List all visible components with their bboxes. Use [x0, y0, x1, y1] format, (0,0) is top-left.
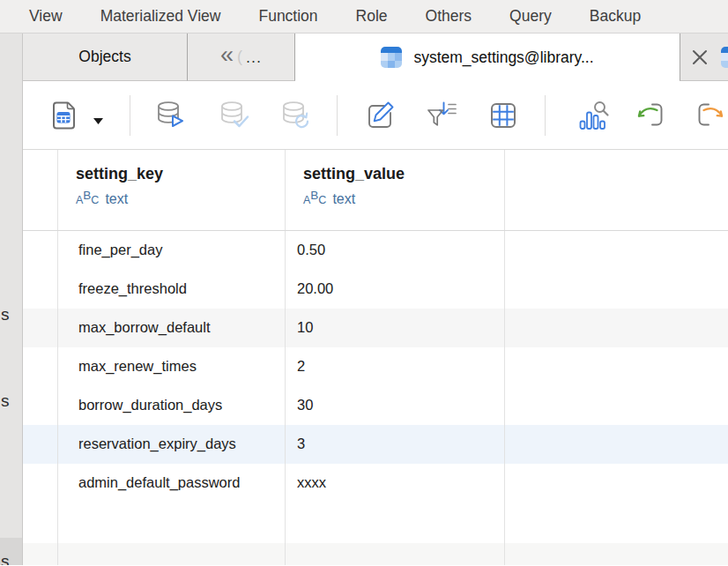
table-row: reservation_expiry_days 3 [23, 425, 728, 464]
table-row: max_borrow_default 10 [23, 309, 728, 347]
grid-bottom-band [23, 543, 728, 565]
row-gutter[interactable] [23, 231, 58, 270]
tab-system-settings-label: system_settings@library... [413, 48, 593, 67]
open-table-view-icon[interactable] [46, 98, 81, 133]
cell-setting-key[interactable]: freeze_threshold [58, 270, 286, 309]
row-gutter[interactable] [23, 270, 58, 309]
menu-materialized-view[interactable]: Materialized View [100, 7, 221, 26]
menu-role[interactable]: Role [356, 7, 388, 26]
menu-function[interactable]: Function [258, 7, 317, 26]
menu-backup[interactable]: Backup [590, 7, 641, 26]
row-gutter[interactable] [23, 386, 58, 425]
data-grid: setting_key ABC text setting_value ABC t… [23, 150, 728, 565]
menu-others[interactable]: Others [426, 7, 472, 26]
column-header-setting-value[interactable]: setting_value ABC text [286, 150, 505, 230]
next-tab-partial-icon[interactable] [721, 47, 728, 68]
chevron-double-left-icon: « [220, 43, 234, 67]
cell-setting-value[interactable]: 2 [286, 347, 505, 386]
toolbar-separator [337, 95, 338, 136]
grid-header-row: setting_key ABC text setting_value ABC t… [23, 150, 728, 231]
menu-query[interactable]: Query [509, 7, 552, 26]
toolbar-separator [130, 95, 130, 136]
table-row: fine_per_day 0.50 [23, 231, 728, 270]
text-type-icon: ABC [76, 193, 99, 206]
commit-transaction-icon[interactable] [216, 98, 251, 133]
tab-objects[interactable]: Objects [23, 34, 188, 81]
column-type-label: text [332, 191, 355, 207]
menu-view[interactable]: View [29, 7, 63, 26]
close-icon[interactable] [689, 47, 710, 68]
cell-empty [505, 386, 728, 425]
cell-setting-value[interactable]: 3 [286, 425, 505, 464]
column-header-setting-key[interactable]: setting_key ABC text [58, 150, 286, 230]
menu-bar: View Materialized View Function Role Oth… [0, 0, 728, 34]
import-wizard-icon[interactable] [632, 98, 667, 133]
begin-transaction-icon[interactable] [152, 98, 188, 133]
cell-setting-value[interactable]: 0.50 [286, 231, 505, 270]
cell-setting-key[interactable]: borrow_duration_days [58, 386, 286, 425]
cell-setting-key[interactable]: fine_per_day [58, 231, 286, 270]
cell-setting-key[interactable]: max_borrow_default [58, 309, 286, 347]
column-header-empty [505, 150, 728, 230]
table-row: max_renew_times 2 [23, 347, 728, 386]
cell-empty [505, 425, 728, 464]
grid-view-icon[interactable] [486, 98, 521, 133]
cell-setting-key[interactable]: admin_default_password [58, 464, 286, 503]
chevron-down-icon[interactable] [93, 112, 103, 128]
edit-record-icon[interactable] [362, 98, 397, 133]
toolbar [23, 81, 728, 150]
grid-empty-area [23, 503, 728, 543]
row-gutter[interactable] [23, 309, 58, 347]
cell-empty [505, 464, 728, 503]
filter-sort-icon[interactable] [423, 98, 458, 133]
chart-analyze-icon[interactable] [576, 98, 611, 133]
column-type: ABC text [76, 191, 285, 207]
cell-setting-key[interactable]: reservation_expiry_days [58, 425, 286, 464]
row-gutter[interactable] [23, 464, 58, 503]
text-type-icon: ABC [303, 193, 326, 206]
column-name: setting_key [76, 165, 285, 183]
cell-setting-value[interactable]: 30 [286, 386, 505, 425]
table-grid-icon [381, 47, 402, 68]
tab-bar: Objects « ( ... system_settings@library.… [23, 34, 728, 81]
table-row: borrow_duration_days 30 [23, 386, 728, 425]
sidebar-item-fragment: s [1, 305, 10, 324]
row-gutter[interactable] [23, 347, 58, 386]
row-gutter[interactable] [23, 425, 58, 464]
column-type-label: text [105, 191, 128, 207]
tab-system-settings[interactable]: system_settings@library... [295, 34, 680, 81]
table-row: admin_default_password xxxx [23, 464, 728, 503]
row-gutter-header[interactable] [23, 150, 58, 230]
tab-collapsed-overflow[interactable]: « ( ... [188, 34, 295, 81]
tab-objects-label: Objects [78, 48, 130, 66]
cell-empty [505, 270, 728, 309]
cell-empty [505, 231, 728, 270]
cell-setting-value[interactable]: 20.00 [286, 270, 505, 309]
cell-setting-key[interactable]: max_renew_times [58, 347, 286, 386]
table-row: freeze_threshold 20.00 [23, 270, 728, 309]
sidebar-item-fragment: s [1, 391, 10, 411]
sidebar-item-fragment: s [1, 552, 10, 565]
toolbar-separator [545, 95, 546, 136]
sidebar-clipped-edge: s s s [0, 34, 23, 565]
tab-collapsed-ghost-text: ( [237, 48, 242, 66]
cell-empty [505, 309, 728, 347]
column-name: setting_value [303, 165, 504, 183]
cell-empty [505, 347, 728, 386]
cell-setting-value[interactable]: 10 [286, 309, 505, 347]
cell-setting-value[interactable]: xxxx [286, 464, 505, 503]
rollback-transaction-icon[interactable] [278, 98, 313, 133]
export-wizard-icon[interactable] [694, 98, 728, 133]
column-type: ABC text [303, 191, 504, 207]
tab-collapsed-ellipsis: ... [246, 48, 262, 67]
tab-bar-right-area [680, 34, 728, 81]
